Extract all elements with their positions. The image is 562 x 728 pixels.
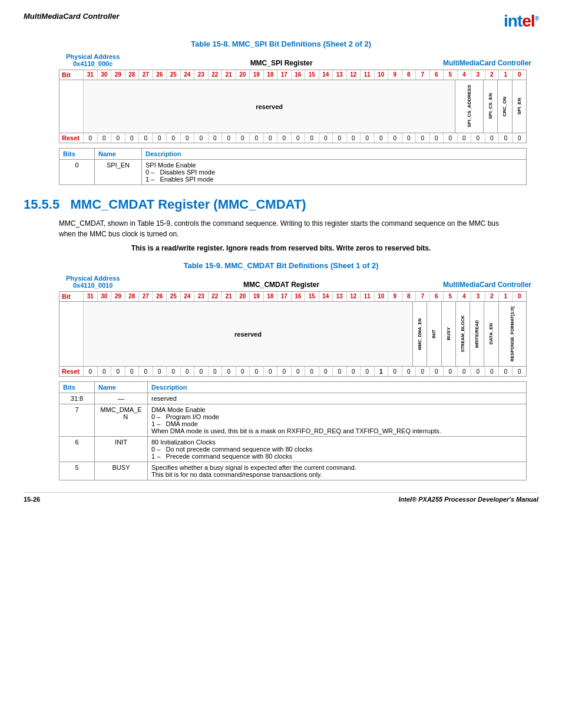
reset-label-1: Reset <box>59 133 83 143</box>
bit-6: 6 <box>429 70 444 80</box>
table1-reg-header: Physical Address 0x4110_000c MMC_SPI Reg… <box>65 53 533 67</box>
bit-19: 19 <box>249 70 263 80</box>
field-spi-en: SPI_EN <box>512 80 526 133</box>
field-spi-cs-en: SPI_CS_EN <box>483 80 497 133</box>
bit-7: 7 <box>415 70 429 80</box>
table2-bit-numbers: Bit 31 30 29 28 27 26 25 24 23 22 21 20 … <box>59 291 527 301</box>
table2-fields-row: reserved MMC_DMA_EN INIT BUSY STREAM_BLO… <box>59 301 527 366</box>
table2-addr: Physical Address 0x4110_0010 <box>66 275 120 289</box>
name-val-t2-1: — <box>95 393 148 404</box>
table2-ctrl-name: MultiMediaCard Controller <box>443 281 531 289</box>
bit-13: 13 <box>332 70 346 80</box>
bits-header-1: Bits <box>59 149 95 160</box>
bit-24: 24 <box>180 70 194 80</box>
table2-desc: Bits Name Description 31:8 — reserved 7 … <box>59 381 527 480</box>
bits-val-t2-1: 31:8 <box>59 393 95 404</box>
bit-17: 17 <box>277 70 291 80</box>
bit-28: 28 <box>125 70 139 80</box>
table1-fields-row: reserved SPI_CS_ADDRESS SPI_CS_EN CRC_ON… <box>59 80 527 133</box>
bit-26: 26 <box>153 70 167 80</box>
section-note: This is a read/write register. Ignore re… <box>59 244 503 252</box>
section-title: 15.5.5 MMC_CMDAT Register (MMC_CMDAT) <box>24 197 538 212</box>
table-row: 6 INIT 80 Initialization Clocks 0 – Do n… <box>59 437 527 462</box>
field-busy: BUSY <box>441 302 455 366</box>
bits-val-t2-3: 6 <box>59 437 95 462</box>
table2-reg-name: MMC_CMDAT Register <box>243 281 319 289</box>
reset-label-2: Reset <box>59 367 83 376</box>
fields-cells: reserved SPI_CS_ADDRESS SPI_CS_EN CRC_ON… <box>83 80 526 133</box>
bit-8: 8 <box>402 70 416 80</box>
bit-label: Bit <box>59 70 83 80</box>
table1-reg-name: MMC_SPI Register <box>250 59 313 67</box>
field-crc-on: CRC_ON <box>497 80 511 133</box>
bit-numbers-row: 31 30 29 28 27 26 25 24 23 22 21 20 19 1… <box>83 70 526 80</box>
bit-25: 25 <box>166 70 180 80</box>
name-val-t2-2: MMC_DMA_E N <box>95 404 148 437</box>
table2-title: Table 15-9. MMC_CMDAT Bit Definitions (S… <box>29 261 533 270</box>
bits-val-1: 0 <box>59 160 95 185</box>
bit-3: 3 <box>471 70 485 80</box>
bit-27: 27 <box>138 70 153 80</box>
table-row: 7 MMC_DMA_E N DMA Mode Enable 0 – Progra… <box>59 404 527 437</box>
table2-reg-header: Physical Address 0x4110_0010 MMC_CMDAT R… <box>65 275 533 289</box>
bit-14: 14 <box>319 70 333 80</box>
bit-31: 31 <box>83 70 97 80</box>
bit-2: 2 <box>485 70 499 80</box>
field-reserved-2: reserved <box>83 302 412 366</box>
table2-container: Table 15-9. MMC_CMDAT Bit Definitions (S… <box>29 261 533 480</box>
page-footer: 15-26 Intel® PXA255 Processor Developer'… <box>24 492 538 503</box>
bit-10: 10 <box>374 70 388 80</box>
bit-23: 23 <box>194 70 208 80</box>
desc-val-t2-4: Specifies whether a busy signal is expec… <box>148 462 527 480</box>
bit-label-2: Bit <box>59 292 83 301</box>
field-stream-block: STREAM_BLOCK <box>455 302 470 366</box>
table1-bit-numbers: Bit 31 30 29 28 27 26 25 24 23 22 21 20 … <box>59 70 527 80</box>
desc-val-t2-2: DMA Mode Enable 0 – Program I/O mode 1 –… <box>148 404 527 437</box>
bit-12: 12 <box>346 70 361 80</box>
bits-val-t2-4: 5 <box>59 462 95 480</box>
table-row: 0 SPI_EN SPI Mode Enable 0 – Disables SP… <box>59 160 527 185</box>
bit-5: 5 <box>443 70 457 80</box>
name-val-t2-4: BUSY <box>95 462 148 480</box>
bit-1: 1 <box>498 70 513 80</box>
table1-addr: Physical Address 0x4110_000c <box>66 53 120 67</box>
table-row: 31:8 — reserved <box>59 393 527 404</box>
bit-4: 4 <box>457 70 471 80</box>
reset-cells-1: 0 0 0 0 0 0 0 0 0 0 0 0 0 0 0 0 0 0 0 0 … <box>83 133 526 143</box>
bit-30: 30 <box>97 70 111 80</box>
desc-val-t2-1: reserved <box>148 393 527 404</box>
header-title: MultiMediaCard Controller <box>24 12 120 21</box>
name-val-1: SPI_EN <box>95 160 142 185</box>
desc-val-t2-3: 80 Initialization Clocks 0 – Do not prec… <box>148 437 527 462</box>
table-row: 5 BUSY Specifies whether a busy signal i… <box>59 462 527 480</box>
fields-cells-2: reserved MMC_DMA_EN INIT BUSY STREAM_BLO… <box>83 302 526 366</box>
reset-cells-2: 0 0 0 0 0 0 0 0 0 0 0 0 0 0 0 0 0 0 0 0 … <box>83 367 526 376</box>
field-data-en: DATA_EN <box>484 302 498 366</box>
table1-desc: Bits Name Description 0 SPI_EN SPI Mode … <box>59 148 527 185</box>
field-spi-cs-address: SPI_CS_ADDRESS <box>455 80 483 133</box>
bits-header-2: Bits <box>59 382 95 393</box>
desc-header-1: Description <box>142 149 527 160</box>
bit-22: 22 <box>208 70 222 80</box>
bit-0: 0 <box>513 70 527 80</box>
table1-container: Table 15-8. MMC_SPI Bit Definitions (She… <box>29 39 533 185</box>
field-init: INIT <box>427 302 441 366</box>
fields-label-empty <box>59 80 83 133</box>
page-header: MultiMediaCard Controller intel® <box>24 12 538 31</box>
fields-label-empty-2 <box>59 302 83 366</box>
field-write-read: WRITE/READ <box>470 302 484 366</box>
desc-header-2: Description <box>148 382 527 393</box>
field-response-format: RESPONSE_FORMAT[1:0] <box>498 302 527 366</box>
intel-logo: intel® <box>504 12 538 31</box>
section-body: MMC_CMDAT, shown in Table 15-9, controls… <box>59 218 503 239</box>
bit-18: 18 <box>263 70 277 80</box>
table1-ctrl-name: MultiMediaCard Controller <box>443 59 531 67</box>
bit-15: 15 <box>305 70 319 80</box>
bits-val-t2-2: 7 <box>59 404 95 437</box>
name-header-1: Name <box>95 149 142 160</box>
table2-reset-row: Reset 0 0 0 0 0 0 0 0 0 0 0 0 0 0 0 0 0 … <box>59 366 527 377</box>
section-1555: 15.5.5 MMC_CMDAT Register (MMC_CMDAT) MM… <box>24 197 538 252</box>
bit-20: 20 <box>236 70 250 80</box>
field-reserved-1: reserved <box>83 80 455 133</box>
name-val-t2-3: INIT <box>95 437 148 462</box>
